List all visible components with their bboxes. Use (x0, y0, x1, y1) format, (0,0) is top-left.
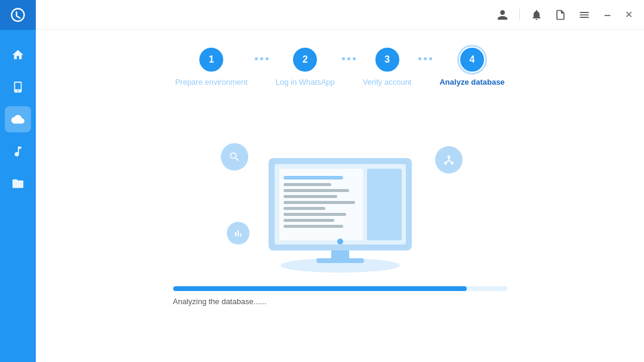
progress-fill (173, 286, 467, 291)
step-3: 3 Verify account (363, 48, 412, 86)
dot (347, 57, 350, 60)
cloud-icon (11, 113, 24, 126)
dot (353, 57, 356, 60)
menu-svg (578, 9, 590, 21)
dot (429, 57, 432, 60)
sidebar-logo (0, 0, 36, 30)
document-icon[interactable] (551, 5, 570, 24)
dot (260, 57, 263, 60)
svg-rect-13 (284, 213, 346, 216)
steps-progress: 1 Prepare environment 2 Log in WhatsApp … (36, 30, 644, 98)
svg-rect-9 (284, 189, 349, 192)
step-4-circle: 4 (460, 48, 484, 72)
monitor-illustration (245, 146, 436, 277)
progress-area: Analyzing the database...... (161, 286, 519, 324)
svg-rect-15 (284, 225, 343, 228)
svg-rect-12 (284, 207, 325, 210)
sidebar-item-folder[interactable] (5, 171, 31, 197)
bar-chart-float-icon (227, 222, 249, 245)
monitor-container (215, 137, 466, 286)
close-button[interactable]: ✕ (620, 7, 637, 23)
dot (424, 57, 427, 60)
sidebar-navigation (5, 42, 31, 362)
svg-rect-8 (284, 183, 331, 186)
bar-svg (233, 228, 244, 239)
step-3-circle: 3 (375, 48, 399, 72)
titlebar: ‒ ✕ (36, 0, 644, 30)
document-svg (554, 9, 566, 21)
minimize-button[interactable]: ‒ (599, 7, 615, 23)
svg-point-16 (337, 239, 343, 245)
search-float-icon (221, 143, 248, 171)
svg-rect-10 (284, 195, 337, 198)
home-icon (11, 48, 24, 61)
sidebar-item-phone[interactable] (5, 74, 31, 100)
logo-icon (10, 7, 26, 23)
svg-rect-2 (316, 258, 364, 263)
step-1: 1 Prepare environment (175, 48, 247, 86)
sidebar-item-home[interactable] (5, 42, 31, 68)
divider-1 (519, 9, 520, 21)
step-4-label: Analyze database (439, 78, 504, 86)
profile-icon[interactable] (493, 5, 512, 24)
svg-rect-11 (284, 201, 355, 204)
dots-1-2 (255, 57, 269, 77)
illustration-area: Analyzing the database...... (36, 98, 644, 362)
network-float-icon (435, 146, 463, 174)
main-content: ‒ ✕ 1 Prepare environment 2 Log in Whats… (36, 0, 644, 362)
folder-icon (11, 177, 24, 190)
music-icon (11, 145, 24, 158)
sidebar-item-music[interactable] (5, 138, 31, 165)
search-svg (229, 151, 241, 163)
bell-svg (531, 9, 543, 21)
step-2: 2 Log in WhatsApp (276, 48, 335, 86)
dots-2-3 (342, 57, 356, 77)
step-1-circle: 1 (199, 48, 223, 72)
dots-3-4 (418, 57, 432, 77)
svg-rect-7 (284, 176, 343, 180)
svg-rect-14 (284, 219, 334, 222)
step-4: 4 Analyze database (439, 48, 504, 86)
step-1-label: Prepare environment (175, 78, 247, 86)
progress-text: Analyzing the database...... (173, 297, 507, 306)
bell-icon[interactable] (527, 5, 546, 24)
dot (342, 57, 345, 60)
progress-track (173, 286, 507, 291)
sidebar (0, 0, 36, 362)
dot (418, 57, 421, 60)
menu-icon[interactable] (575, 5, 594, 24)
step-2-circle: 2 (293, 48, 317, 72)
phone-icon (11, 81, 24, 94)
step-3-label: Verify account (363, 78, 412, 86)
profile-svg (497, 9, 509, 21)
sidebar-item-cloud[interactable] (5, 106, 31, 132)
dot (255, 57, 258, 60)
dot (266, 57, 269, 60)
svg-rect-6 (367, 169, 402, 240)
step-2-label: Log in WhatsApp (276, 78, 335, 86)
network-svg (443, 154, 455, 166)
